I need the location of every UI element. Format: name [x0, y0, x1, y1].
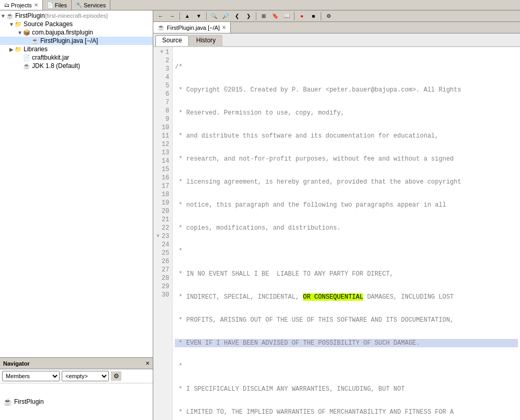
code-line-8: * copies, modifications, and distributio…: [175, 224, 518, 232]
code-line-14: *: [175, 362, 518, 370]
navigator-settings-button[interactable]: ⚙: [111, 371, 121, 381]
tree-label-project: FirstPlugin: [15, 12, 45, 19]
services-icon: 🔧: [76, 2, 82, 8]
navigator-item-icon: ☕: [3, 398, 12, 406]
source-packages-icon: 📁: [15, 21, 22, 28]
editor-tab-icon: ☕: [157, 24, 165, 31]
java-file-icon: ☕: [31, 38, 39, 44]
tab-source[interactable]: Source: [155, 35, 189, 46]
toolbar-sep-3: [256, 12, 256, 20]
navigator-content: ☕ FirstPlugin: [0, 383, 153, 420]
fold-23[interactable]: ▼: [154, 232, 162, 241]
package-icon: 📦: [23, 29, 30, 36]
toolbar-btn-back[interactable]: ←: [155, 12, 166, 21]
tree-item-craftbukkit[interactable]: 📄 craftbukkit.jar: [0, 53, 153, 62]
toolbar-btn-up[interactable]: ▲: [182, 12, 193, 21]
tab-files[interactable]: 📄 Files: [43, 0, 72, 10]
editor-tab-label: FirstPlugin.java [−/A]: [167, 25, 220, 31]
toggle-source-packages[interactable]: ▼: [8, 21, 15, 27]
project-tree: ▼ ☕ FirstPlugin [first-minecraft-episode…: [0, 10, 153, 357]
code-line-1: /*: [175, 63, 518, 71]
navigator-panel: Navigator ✕ Members <empty> ⚙ ☕ FirstPlu…: [0, 357, 153, 420]
toolbar-btn-stop[interactable]: ■: [308, 12, 319, 21]
toolbar-sep-2: [206, 12, 207, 20]
toolbar-btn-settings[interactable]: ⚙: [323, 12, 334, 21]
code-line-6: * licensing agreement, is hereby granted…: [175, 178, 518, 186]
code-content[interactable]: /* * Copyright ©2015. Created by P. Baue…: [173, 47, 520, 420]
code-line-16: * LIMITED TO, THE IMPLIED WARRANTIES OF …: [175, 408, 518, 416]
navigator-header: Navigator ✕: [0, 358, 153, 369]
code-line-7: * notice, this paragraph and the followi…: [175, 201, 518, 209]
line-numbers: ▼1 2 3 4 5 6 7 8 9 10 11 12 13 14 15 16 …: [153, 47, 173, 420]
editor-tab-firstplugin[interactable]: ☕ FirstPlugin.java [−/A] ✕: [153, 22, 231, 33]
editor-tabbar: ☕ FirstPlugin.java [−/A] ✕: [153, 22, 520, 33]
tab-files-label: Files: [55, 2, 67, 8]
code-line-10: * IN NO EVENT SHALL I BE LIABLE TO ANY P…: [175, 270, 518, 278]
projects-icon: 🗂: [4, 2, 9, 8]
tree-label-libraries: Libraries: [24, 46, 48, 53]
code-line-11: * INDIRECT, SPECIAL, INCIDENTAL, OR CONS…: [175, 293, 518, 301]
code-line-5: * research, and not-for-profit purposes,…: [175, 155, 518, 163]
jdk-icon: ☕: [23, 63, 30, 70]
navigator-members-select[interactable]: Members: [2, 371, 60, 381]
tree-label-package: com.bajupa.firstplugin: [32, 29, 93, 36]
left-panel: ▼ ☕ FirstPlugin [first-minecraft-episode…: [0, 10, 153, 420]
toolbar-btn-zoom-in[interactable]: 🔍: [209, 12, 219, 21]
editor-toolbar: ← → ▲ ▼ 🔍 🔎 ❮ ❯ ⊞ 🔖 📖 ● ■ ⚙: [153, 10, 520, 22]
tree-item-source-packages[interactable]: ▼ 📁 Source Packages: [0, 20, 153, 28]
tab-services[interactable]: 🔧 Services: [72, 0, 110, 10]
tree-item-jdk[interactable]: ☕ JDK 1.8 (Default): [0, 62, 153, 70]
code-line-15: * I SPECIFICALLY DISCLAIM ANY WARRANTIES…: [175, 385, 518, 393]
code-line-13: * EVEN IF I HAVE BEEN ADVISED OF THE POS…: [175, 339, 518, 347]
code-line-9: *: [175, 247, 518, 255]
source-history-tabs: Source History: [153, 33, 520, 47]
tree-label-source-packages: Source Packages: [24, 20, 73, 28]
tree-label-firstplugin: FirstPlugin.java [−/A]: [40, 37, 98, 44]
toolbar-btn-prev[interactable]: ❮: [232, 12, 242, 21]
tab-projects-label: Projects: [11, 2, 32, 8]
code-line-4: * and distribute this software and its d…: [175, 132, 518, 140]
tab-history[interactable]: History: [189, 35, 222, 46]
toolbar-sep-1: [179, 12, 180, 20]
toolbar-btn-grid[interactable]: ⊞: [258, 12, 269, 21]
tree-item-package[interactable]: ▼ 📦 com.bajupa.firstplugin: [0, 28, 153, 37]
code-editor[interactable]: ▼1 2 3 4 5 6 7 8 9 10 11 12 13 14 15 16 …: [153, 47, 520, 420]
navigator-close-icon[interactable]: ✕: [145, 360, 150, 366]
toggle-package[interactable]: ▼: [17, 30, 23, 36]
navigator-controls: Members <empty> ⚙: [0, 369, 153, 383]
toolbar-btn-next[interactable]: ❯: [243, 12, 254, 21]
tree-item-firstplugin-file[interactable]: ☕ FirstPlugin.java [−/A]: [0, 37, 153, 45]
tab-services-label: Services: [84, 2, 106, 8]
project-icon: ☕: [6, 13, 14, 19]
jar-icon: 📄: [23, 54, 30, 61]
tree-item-libraries[interactable]: ▶ 📁 Libraries: [0, 45, 153, 53]
tree-item-project[interactable]: ▼ ☕ FirstPlugin [first-minecraft-episode…: [0, 12, 153, 20]
navigator-item-firstplugin[interactable]: ☕ FirstPlugin: [3, 398, 44, 406]
files-icon: 📄: [47, 2, 53, 8]
code-line-3: * Reserved. Permission to use, copy, mod…: [175, 109, 518, 117]
toolbar-btn-record[interactable]: ●: [297, 12, 307, 21]
navigator-title: Navigator: [3, 360, 30, 367]
toolbar-btn-book[interactable]: 📖: [281, 12, 292, 21]
editor-panel: ← → ▲ ▼ 🔍 🔎 ❮ ❯ ⊞ 🔖 📖 ● ■ ⚙ ☕ FirstPlugi…: [153, 10, 520, 420]
tree-label-jdk: JDK 1.8 (Default): [32, 62, 80, 70]
tab-projects[interactable]: 🗂 Projects ✕: [0, 0, 43, 10]
toggle-libraries[interactable]: ▶: [8, 47, 15, 52]
top-panel-tabs: 🗂 Projects ✕ 📄 Files 🔧 Services: [0, 0, 520, 10]
tree-label-project-path: [first-minecraft-episodes]: [45, 13, 108, 19]
editor-tab-close-icon[interactable]: ✕: [222, 25, 226, 30]
toolbar-btn-zoom-out[interactable]: 🔎: [220, 12, 231, 21]
code-line-2: * Copyright ©2015. Created by P. Bauer <…: [175, 86, 518, 94]
toolbar-btn-bookmark[interactable]: 🔖: [270, 12, 280, 21]
toolbar-btn-forward[interactable]: →: [167, 12, 177, 21]
projects-tab-close[interactable]: ✕: [34, 2, 38, 8]
fold-1[interactable]: ▼: [158, 48, 165, 56]
toggle-project[interactable]: ▼: [0, 13, 6, 19]
navigator-filter-select[interactable]: <empty>: [62, 371, 109, 381]
toolbar-sep-4: [294, 12, 295, 20]
toolbar-btn-down[interactable]: ▼: [194, 12, 204, 21]
toolbar-sep-5: [321, 12, 321, 20]
libraries-icon: 📁: [15, 46, 22, 53]
main-layout: ▼ ☕ FirstPlugin [first-minecraft-episode…: [0, 10, 520, 420]
code-line-12: * PROFITS, ARISING OUT OF THE USE OF THI…: [175, 316, 518, 324]
